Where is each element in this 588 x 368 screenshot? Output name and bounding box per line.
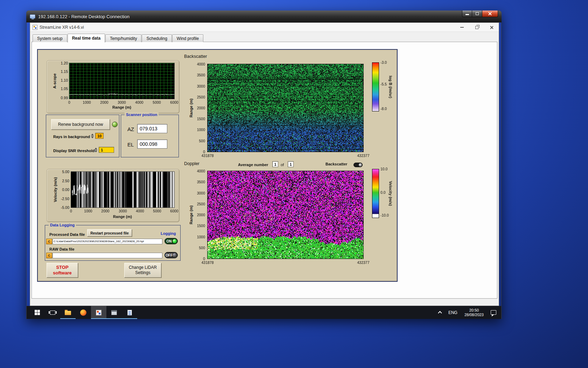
doppler-ytick: 3000 [192,191,205,195]
ascope-xtick: 2000 [97,100,111,104]
app-restore-button[interactable] [469,23,484,32]
restore-icon [475,26,478,29]
raw-path-drive-button[interactable]: C [46,253,52,258]
firefox-button[interactable] [76,306,91,319]
change-lidar-settings-button[interactable]: Change LiDAR Settings [124,263,161,278]
doppler-xstart: 431878 [197,260,218,265]
velocity-xtick: 0 [64,209,78,213]
backscatter-ytick: 2500 [192,95,205,99]
processed-logging-toggle[interactable]: ON [164,238,178,244]
renew-background-button[interactable]: Renew background now [51,119,110,130]
backscatter-ytick: 3000 [192,84,205,88]
background-led-icon [112,122,118,127]
raw-logging-toggle[interactable]: OFF [164,252,178,258]
snr-value-field[interactable]: 1 [99,147,114,153]
rays-spinner[interactable] [91,133,94,139]
backscatter-display-toggle[interactable] [354,163,363,167]
rdp-titlebar[interactable]: 192.168.0.122 - Remote Desktop Connectio… [26,11,502,22]
ascope-xtick: 4000 [132,100,146,104]
system-tray: ENG 20:50 28/08/2023 [435,306,501,319]
rdp-icon [30,14,35,19]
tray-time: 20:50 [464,308,484,313]
logging-on-led-icon [173,239,177,243]
ascope-ytick: 1.20 [56,61,68,65]
snr-spinner[interactable] [94,147,98,153]
rdp-close-button[interactable] [482,11,498,17]
tab-wind-profile[interactable]: Wind profile [172,34,203,42]
processed-logging-state: ON [166,239,173,243]
remote-desktop: StreamLine XR v14-6.vi System setup Real… [27,22,501,319]
restart-processed-file-button[interactable]: Restart processed file [87,229,132,237]
velocity-ytick: 2.50 [53,179,69,183]
logging-label: Logging [161,231,176,236]
ascope-xtick: 5000 [150,100,164,104]
doppler-ytick: 1500 [192,224,205,228]
streamline-app-button[interactable] [91,306,106,319]
doppler-colorbar-label: Velocity (m/s) [388,178,393,209]
toggle-knob-icon [359,163,362,166]
az-value-field[interactable]: 079.013 [137,124,167,133]
scan-scheduler-button[interactable] [106,306,122,319]
tray-expand-button[interactable] [435,306,445,319]
doppler-ytick: 2500 [192,202,205,206]
processed-data-file-label: Processed Data file [49,232,85,237]
average-number-field[interactable]: 1 [272,161,278,167]
notification-icon [491,310,496,315]
backscatter-ytick: 3500 [192,73,205,77]
doppler-colorbar [372,169,379,218]
velocity-xlabel: Range (m) [88,214,158,219]
document-icon [127,310,132,315]
rdp-maximize-button[interactable] [472,11,482,17]
el-label: EL [127,142,134,148]
tab-scheduling[interactable]: Scheduling [142,34,172,42]
rdp-minimize-button[interactable] [462,11,472,17]
processed-path-drive-button[interactable]: C [46,239,52,244]
vi-icon [33,25,37,30]
az-label: AZ [127,126,134,132]
average-of-field[interactable]: 1 [288,161,294,167]
rays-value-field[interactable]: 10 [95,133,104,139]
app-minimize-button[interactable] [455,23,469,32]
ascope-ytick: 1.15 [56,69,68,74]
task-view-icon [50,311,55,315]
app-titlebar[interactable]: StreamLine XR v14-6.vi [30,23,499,32]
stop-software-button[interactable]: STOP software [47,263,78,278]
close-icon [490,26,493,29]
minimize-icon [460,27,464,28]
raw-path-field[interactable] [52,253,162,258]
backscatter-ytick: 500 [192,139,205,143]
language-indicator[interactable]: ENG [445,306,461,319]
file-explorer-button[interactable] [60,306,76,319]
rays-in-background-label: Rays in background [53,135,90,139]
doppler-ytick: 2000 [192,213,205,217]
task-view-button[interactable] [45,306,60,319]
backscatter-ytick: 2000 [192,106,205,110]
ascope-xtick: 3000 [115,100,129,104]
rdp-title: 192.168.0.122 - Remote Desktop Connectio… [38,14,130,19]
average-number-label: Average number [238,163,268,167]
clock[interactable]: 20:50 28/08/2023 [461,306,487,319]
velocity-xtick: 1000 [81,209,95,213]
tab-real-time-data[interactable]: Real time data [68,34,105,42]
ascope-xlabel: Range (m) [87,105,157,109]
tab-strip: System setup Real time data Temp/humidit… [33,33,204,42]
backscatter-toggle-label: Backscatter [326,162,347,166]
tray-date: 28/08/2023 [464,313,484,317]
velocity-xtick: 5000 [150,209,164,213]
tab-system-setup[interactable]: System setup [33,34,67,42]
action-center-button[interactable] [487,306,501,319]
text-window-button[interactable] [122,306,137,319]
backscatter-ytick: 1500 [192,117,205,121]
app-window: StreamLine XR v14-6.vi System setup Real… [30,22,499,306]
el-value-field[interactable]: 000.098 [137,139,167,149]
processed-path-field[interactable]: C:\Lidar\Data\Proc\2023\202308\20230828\… [52,239,162,244]
raw-logging-state: OFF [166,253,173,257]
doppler-heatmap-canvas [208,171,363,259]
ascope-xtick: 0 [62,100,76,104]
velocity-xtick: 4000 [133,209,147,213]
start-button[interactable] [29,306,45,319]
backscatter-cbtick: -8.0 [380,107,393,111]
taskbar: ENG 20:50 28/08/2023 [27,306,501,319]
tab-temp-humidity[interactable]: Temp/humidity [105,34,141,42]
app-close-button[interactable] [484,23,499,32]
